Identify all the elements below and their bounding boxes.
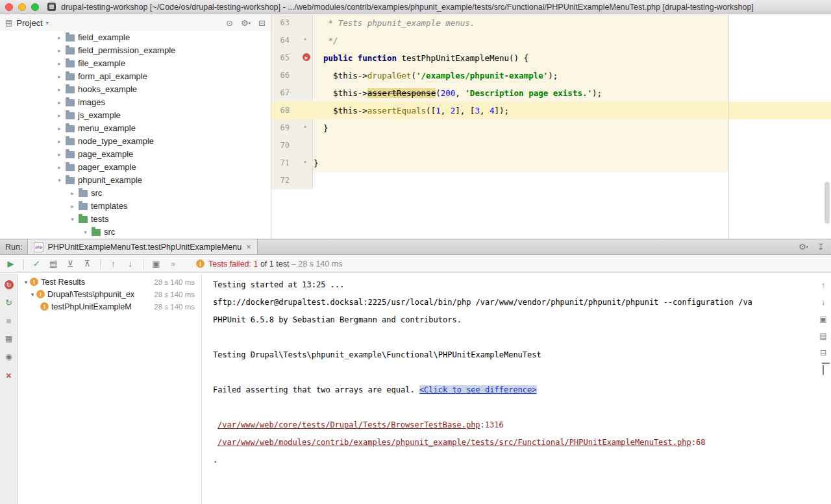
restore-layout-icon[interactable]: ▦: [4, 333, 14, 344]
next-failed-test-icon[interactable]: ↓: [125, 259, 136, 268]
fold-marker-icon[interactable]: ▴: [304, 158, 306, 164]
tree-item-templates[interactable]: ▸templates: [0, 200, 271, 213]
toolbar-overflow-icon[interactable]: »: [167, 260, 179, 268]
tree-item-hooks-example[interactable]: ▸hooks_example: [0, 83, 271, 96]
line-number[interactable]: 68: [271, 102, 290, 119]
test-history-icon[interactable]: ▣: [151, 259, 162, 268]
chevron-down-icon[interactable]: ▾: [29, 291, 36, 298]
tree-item-images[interactable]: ▸images: [0, 96, 271, 109]
chevron-right-icon[interactable]: ▸: [56, 44, 63, 57]
toggle-auto-test-icon[interactable]: ↻: [4, 297, 14, 307]
expand-all-icon[interactable]: ⊻: [65, 259, 76, 268]
chevron-down-icon[interactable]: ▾: [82, 226, 89, 239]
show-passed-icon[interactable]: ✓: [31, 259, 42, 268]
stack-trace-link-browsertestbase[interactable]: /var/www/web/core/tests/Drupal/Tests/Bro…: [217, 420, 480, 429]
tree-item-file-example[interactable]: ▸file_example: [0, 57, 271, 70]
code-area[interactable]: * Tests phpunit_example menus. */ public…: [314, 14, 823, 189]
minimize-window-button[interactable]: [18, 3, 26, 11]
see-difference-link[interactable]: <Click to see difference>: [419, 385, 537, 394]
tree-item-field-permission-example[interactable]: ▸field_permission_example: [0, 44, 271, 57]
line-number[interactable]: 71: [271, 154, 290, 172]
chevron-right-icon[interactable]: ▸: [56, 109, 63, 122]
code-line-67[interactable]: $this->assertResponse(200, 'Description …: [314, 84, 823, 102]
locate-file-icon[interactable]: ⊙: [226, 19, 233, 27]
tree-item-menu-example[interactable]: ▸menu_example: [0, 122, 271, 135]
chevron-right-icon[interactable]: ▸: [56, 31, 63, 44]
line-number[interactable]: 70: [271, 137, 290, 154]
tree-item-src[interactable]: ▸src: [0, 187, 271, 200]
chevron-right-icon[interactable]: ▸: [56, 83, 63, 96]
chevron-right-icon[interactable]: ▸: [69, 200, 76, 213]
chevron-down-icon[interactable]: ▾: [69, 213, 76, 226]
line-number[interactable]: 67: [271, 84, 290, 102]
show-ignored-icon[interactable]: ▤: [48, 259, 59, 268]
soft-wrap-icon[interactable]: ▤: [817, 331, 829, 341]
chevron-right-icon[interactable]: ▸: [56, 148, 63, 161]
settings-gear-icon[interactable]: ⚙▾: [799, 243, 808, 251]
settings-gear-icon[interactable]: ⚙▾: [241, 19, 251, 27]
code-line-71[interactable]: }: [314, 154, 823, 172]
chevron-right-icon[interactable]: ▸: [56, 135, 63, 148]
test-results-root-row[interactable]: ▾ ! Test Results 28 s 140 ms: [18, 276, 201, 288]
zoom-window-button[interactable]: [31, 3, 39, 11]
rerun-failed-tests-icon[interactable]: ↻: [5, 280, 14, 289]
chevron-right-icon[interactable]: ▸: [56, 161, 63, 174]
code-line-66[interactable]: $this->drupalGet('/examples/phpunit-exam…: [314, 67, 823, 84]
code-line-70[interactable]: [314, 137, 823, 154]
rerun-tests-button[interactable]: ▶: [5, 259, 16, 268]
code-line-63[interactable]: * Tests phpunit_example menus.: [314, 14, 823, 32]
tree-item-pager-example[interactable]: ▸pager_example: [0, 161, 271, 174]
code-line-69[interactable]: }: [314, 119, 823, 137]
scroll-down-icon[interactable]: ↓: [817, 297, 829, 307]
project-view-title[interactable]: Project: [16, 18, 42, 28]
console-output[interactable]: Testing started at 13:25 ... sftp://dock…: [203, 274, 831, 504]
code-line-64[interactable]: */: [314, 32, 823, 49]
scroll-to-end-icon[interactable]: ⊟: [817, 348, 829, 358]
tree-item-node-type-example[interactable]: ▸node_type_example: [0, 135, 271, 148]
hide-panel-icon[interactable]: ⊟: [258, 19, 266, 27]
code-line-68[interactable]: $this->assertEquals([1, 2], [3, 4]);: [314, 102, 823, 119]
close-tab-icon[interactable]: ×: [246, 242, 251, 252]
line-number[interactable]: 65: [271, 49, 290, 67]
test-class-row[interactable]: ▾ ! Drupal\Tests\phpunit_ex 28 s 140 ms: [18, 288, 201, 300]
chevron-down-icon[interactable]: ▾: [22, 279, 30, 285]
fold-marker-icon[interactable]: ▴: [304, 36, 306, 42]
tree-item-page-example[interactable]: ▸page_example: [0, 148, 271, 161]
dock-panel-icon[interactable]: ↧: [817, 243, 825, 251]
chevron-down-icon[interactable]: ▾: [56, 174, 63, 187]
line-number[interactable]: 66: [271, 67, 290, 84]
chevron-right-icon[interactable]: ▸: [56, 96, 63, 109]
code-line-65[interactable]: public function testPhpUnitExampleMenu()…: [314, 49, 823, 67]
tree-item-form-api-example[interactable]: ▸form_api_example: [0, 70, 271, 83]
fold-marker-icon[interactable]: ▴: [304, 123, 306, 129]
tree-item-js-example[interactable]: ▸js_example: [0, 109, 271, 122]
tree-item-phpunit-example[interactable]: ▾phpunit_example: [0, 174, 271, 187]
clear-console-icon[interactable]: [817, 365, 829, 375]
code-line-72[interactable]: [314, 172, 823, 189]
line-number[interactable]: 72: [271, 172, 290, 189]
chevron-right-icon[interactable]: ▸: [56, 70, 63, 83]
export-results-icon[interactable]: ▣: [817, 314, 829, 324]
failed-test-gutter-icon[interactable]: ▶: [303, 53, 310, 61]
pin-tab-icon[interactable]: ◉: [4, 352, 14, 362]
previous-failed-test-icon[interactable]: ↑: [108, 259, 119, 268]
test-method-row[interactable]: ! testPhpUnitExampleM 28 s 140 ms: [18, 300, 201, 313]
line-number[interactable]: 63: [271, 14, 290, 32]
tree-item-tests[interactable]: ▾tests: [0, 213, 271, 226]
close-window-button[interactable]: [5, 3, 13, 11]
line-number[interactable]: 64: [271, 32, 290, 49]
close-panel-icon[interactable]: ×: [4, 370, 14, 380]
chevron-right-icon[interactable]: ▸: [69, 187, 76, 200]
editor-scrollbar[interactable]: [825, 182, 830, 224]
collapse-all-icon[interactable]: ⊼: [82, 259, 93, 268]
chevron-right-icon[interactable]: ▸: [56, 122, 63, 135]
line-number[interactable]: 69: [271, 119, 290, 137]
tree-item-field-example[interactable]: ▸field_example: [0, 31, 271, 44]
stop-button[interactable]: ■: [4, 315, 14, 326]
tree-item-tests-src[interactable]: ▾src: [0, 226, 271, 239]
stack-trace-link-menutest[interactable]: /var/www/web/modules/contrib/examples/ph…: [217, 438, 691, 447]
code-editor[interactable]: 63 64 65 66 67 68 69 70 71 72 ▴ ▶ ▴ ▴ * …: [271, 14, 831, 239]
scroll-up-icon[interactable]: ↑: [817, 280, 829, 291]
chevron-right-icon[interactable]: ▸: [56, 57, 63, 70]
run-tab[interactable]: php PHPUnitExampleMenuTest.testPhpUnitEx…: [27, 239, 257, 254]
